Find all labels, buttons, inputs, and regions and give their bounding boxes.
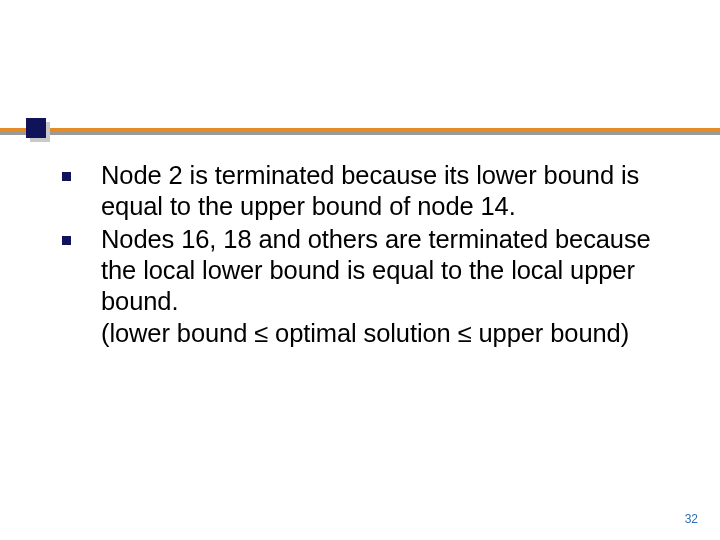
bullet-icon	[62, 172, 71, 181]
slide: Node 2 is terminated because its lower b…	[0, 0, 720, 540]
list-item: Node 2 is terminated because its lower b…	[62, 160, 682, 222]
bullet-text: Nodes 16, 18 and others are terminated b…	[101, 224, 682, 348]
list-item: Nodes 16, 18 and others are terminated b…	[62, 224, 682, 348]
header-square	[26, 118, 46, 138]
bullet-text: Node 2 is terminated because its lower b…	[101, 160, 682, 222]
content-area: Node 2 is terminated because its lower b…	[62, 160, 682, 349]
header-line-accent	[0, 128, 720, 132]
page-number: 32	[685, 512, 698, 526]
bullet-icon	[62, 236, 71, 245]
